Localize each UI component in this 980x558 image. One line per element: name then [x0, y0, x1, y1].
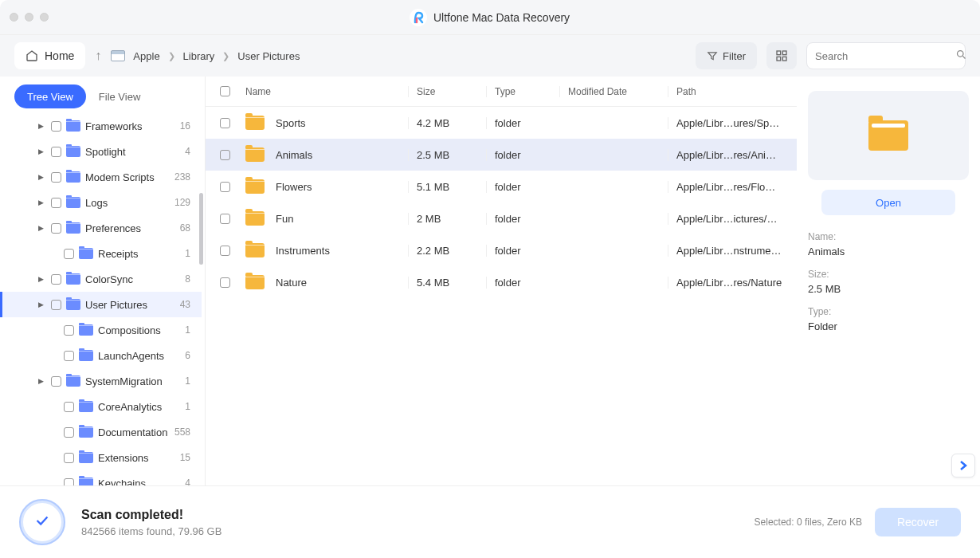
recover-button[interactable]: Recover	[875, 508, 961, 536]
tree-checkbox[interactable]	[64, 402, 74, 412]
tree-item[interactable]: ▶LaunchAgents6	[0, 343, 202, 368]
folder-icon	[868, 120, 908, 151]
row-checkbox[interactable]	[220, 214, 230, 224]
row-checkbox[interactable]	[220, 150, 230, 160]
svg-rect-1	[782, 51, 786, 55]
svg-rect-0	[777, 51, 781, 55]
folder-icon	[66, 375, 80, 387]
row-checkbox[interactable]	[220, 182, 230, 192]
folder-icon	[66, 146, 80, 157]
tree-item[interactable]: ▶Documentation558	[0, 419, 202, 445]
tree-checkbox[interactable]	[51, 223, 61, 234]
file-size: 4.2 MB	[408, 117, 486, 129]
home-icon	[25, 49, 38, 62]
tree-checkbox[interactable]	[51, 147, 61, 157]
select-all-checkbox[interactable]	[220, 86, 230, 96]
file-row[interactable]: Instruments2.2 MBfolderApple/Libr…nstrum…	[206, 234, 797, 266]
file-row[interactable]: Flowers5.1 MBfolderApple/Libr…res/Flower…	[206, 171, 797, 202]
tree-item[interactable]: ▶SystemMigration1	[0, 368, 202, 394]
column-path[interactable]: Path	[668, 86, 782, 97]
row-checkbox[interactable]	[220, 277, 230, 288]
file-name: Fun	[276, 213, 293, 225]
tree-item[interactable]: ▶Extensions15	[0, 445, 202, 470]
home-button[interactable]: Home	[14, 42, 85, 69]
tree-checkbox[interactable]	[64, 325, 74, 336]
file-row[interactable]: Fun2 MBfolderApple/Libr…ictures/Fun	[206, 202, 797, 234]
expand-detail-button[interactable]	[951, 454, 975, 477]
traffic-maximize[interactable]	[40, 13, 49, 22]
tree-checkbox[interactable]	[51, 376, 61, 387]
breadcrumb-item-2[interactable]: User Pictures	[237, 50, 300, 62]
tree-item[interactable]: ▶CoreAnalytics1	[0, 394, 202, 419]
folder-icon	[66, 273, 80, 285]
file-type: folder	[486, 117, 559, 129]
tree-item[interactable]: ▶Preferences68	[0, 215, 202, 241]
detail-value-type: Folder	[808, 320, 969, 332]
scan-status-title: Scan completed!	[81, 508, 221, 522]
tree-item[interactable]: ▶Logs129	[0, 190, 202, 215]
tree-view[interactable]: ▶Frameworks16▶Spotlight4▶Modem Scripts23…	[0, 113, 205, 485]
file-row[interactable]: Animals2.5 MBfolderApple/Libr…res/Animal…	[206, 139, 797, 171]
tree-item[interactable]: ▶ColorSync8	[0, 266, 202, 292]
tree-item[interactable]: ▶Spotlight4	[0, 139, 202, 164]
tree-item[interactable]: ▶Keychains4	[0, 470, 202, 485]
tree-item-label: SystemMigration	[85, 375, 180, 387]
file-row[interactable]: Nature5.4 MBfolderApple/Libr…res/Nature	[206, 266, 797, 298]
folder-icon	[66, 299, 80, 310]
row-checkbox[interactable]	[220, 246, 230, 256]
open-button[interactable]: Open	[821, 190, 955, 215]
tree-item[interactable]: ▶Frameworks16	[0, 113, 202, 139]
folder-icon	[66, 171, 80, 183]
tree-checkbox[interactable]	[51, 121, 61, 132]
tree-checkbox[interactable]	[64, 478, 74, 486]
folder-icon	[79, 324, 93, 336]
file-name: Nature	[276, 277, 307, 289]
column-name[interactable]: Name	[241, 86, 408, 97]
filter-button[interactable]: Filter	[696, 42, 757, 69]
tree-item[interactable]: ▶Receipts1	[0, 241, 202, 266]
tree-checkbox[interactable]	[64, 453, 74, 463]
search-field[interactable]	[806, 42, 966, 69]
column-size[interactable]: Size	[408, 86, 486, 97]
tree-checkbox[interactable]	[51, 274, 61, 285]
filter-label: Filter	[723, 50, 746, 62]
traffic-close[interactable]	[10, 13, 18, 22]
tree-item[interactable]: ▶Compositions1	[0, 317, 202, 343]
tree-checkbox[interactable]	[64, 249, 74, 259]
home-label: Home	[45, 49, 74, 62]
detail-label-name: Name:	[808, 231, 969, 242]
tree-item[interactable]: ▶User Pictures43	[0, 292, 202, 317]
breadcrumb-item-1[interactable]: Library	[183, 50, 215, 62]
tree-checkbox[interactable]	[64, 427, 74, 438]
titlebar: Ultfone Mac Data Recovery	[0, 0, 980, 35]
sidebar: Tree View File View ▶Frameworks16▶Spotli…	[0, 77, 206, 485]
grid-icon	[775, 49, 788, 62]
up-arrow-icon[interactable]: ↑	[95, 49, 101, 63]
tab-file-view[interactable]: File View	[86, 84, 154, 108]
tree-item-count: 6	[185, 350, 190, 361]
tree-checkbox[interactable]	[51, 300, 61, 310]
chevron-right-icon: ❯	[222, 51, 229, 61]
grid-view-button[interactable]	[766, 42, 797, 69]
file-path: Apple/Libr…ictures/Fun	[668, 213, 782, 225]
tree-item[interactable]: ▶Modem Scripts238	[0, 164, 202, 190]
tree-item-count: 1	[185, 324, 190, 336]
tree-checkbox[interactable]	[51, 172, 61, 183]
folder-icon	[79, 452, 93, 463]
column-modified[interactable]: Modified Date	[559, 86, 668, 97]
row-checkbox[interactable]	[220, 118, 230, 128]
folder-icon	[79, 248, 93, 259]
column-type[interactable]: Type	[486, 86, 559, 97]
window-controls[interactable]	[10, 13, 49, 22]
tab-tree-view[interactable]: Tree View	[14, 84, 86, 108]
detail-panel: Open Name: Animals Size: 2.5 MB Type: Fo…	[797, 77, 980, 485]
search-input[interactable]	[815, 50, 949, 62]
folder-icon	[245, 179, 265, 194]
tree-item-count: 129	[174, 197, 190, 208]
breadcrumb-item-0[interactable]: Apple	[133, 50, 159, 62]
traffic-minimize[interactable]	[25, 13, 33, 22]
tree-checkbox[interactable]	[64, 351, 74, 361]
tree-checkbox[interactable]	[51, 198, 61, 208]
file-row[interactable]: Sports4.2 MBfolderApple/Libr…ures/Sports	[206, 107, 797, 139]
folder-icon	[245, 211, 265, 226]
